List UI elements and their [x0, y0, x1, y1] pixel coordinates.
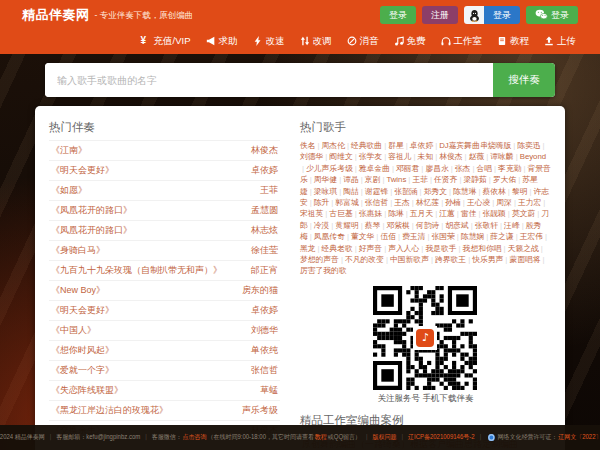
hot-accompaniment-row[interactable]: 《中国人》刘德华 — [49, 321, 280, 341]
singer-tag[interactable]: 冷漠 — [314, 221, 330, 230]
singer-tag[interactable]: 费玉清 — [402, 232, 425, 241]
singer-tag[interactable]: 郭富城 — [335, 198, 358, 207]
footer-wechat-consult-link[interactable]: 点击咨询 — [183, 433, 207, 442]
footer-license-link[interactable]: 辽网文〔2022〕1469-218号 — [559, 433, 600, 442]
login-button[interactable]: 登录 — [380, 6, 416, 24]
singer-tag[interactable]: 张杰 — [455, 164, 471, 173]
singer-tag[interactable]: Twins — [386, 175, 406, 184]
singer-tag[interactable]: 董文华 — [351, 232, 374, 241]
singer-tag[interactable]: 张敬轩 — [475, 221, 498, 230]
nav-item-change-speed[interactable]: 改速 — [253, 35, 285, 48]
artist-name[interactable]: 张信哲 — [251, 364, 278, 377]
singer-tag[interactable]: 何韵诗 — [416, 221, 439, 230]
song-title[interactable]: 《九百九十九朵玫瑰（自制扒带无和声）》 — [51, 264, 222, 277]
singer-tag[interactable]: 阎维文 — [329, 152, 352, 161]
song-title[interactable]: 《New Boy》 — [51, 284, 105, 297]
site-logo[interactable]: 精品伴奏网 — [22, 6, 90, 24]
artist-name[interactable]: 邰正宵 — [251, 264, 278, 277]
singer-tag[interactable]: 胡彦斌 — [445, 221, 468, 230]
singer-tag[interactable]: 王心凌 — [467, 198, 490, 207]
singer-tag[interactable]: 跨界歌王 — [435, 255, 466, 264]
song-title[interactable]: 《爱就一个字》 — [51, 364, 114, 377]
singer-tag[interactable]: 蔡依林 — [482, 187, 505, 196]
singer-tag[interactable]: 声入人心 — [388, 244, 419, 253]
song-title[interactable]: 《明天会更好》 — [51, 164, 114, 177]
singer-tag[interactable]: 谢霆锋 — [365, 187, 388, 196]
footer-copyright-issue-link[interactable]: 版权问题 — [373, 433, 397, 442]
singer-tag[interactable]: 张靓颖 — [482, 209, 505, 218]
singer-tag[interactable]: DJ嘉宾舞曲串烧嗨版 — [439, 141, 511, 150]
song-title[interactable]: 《黑龙江岸边洁白的玫瑰花》 — [51, 404, 168, 417]
singer-tag[interactable]: 李克勤 — [498, 164, 521, 173]
singer-tag[interactable]: 莫文蔚 — [512, 209, 535, 218]
singer-tag[interactable]: 王杰 — [394, 198, 410, 207]
singer-tag[interactable]: 梁静茹 — [463, 175, 486, 184]
hot-accompaniment-row[interactable]: 《九百九十九朵玫瑰（自制扒带无和声）》邰正宵 — [49, 261, 280, 281]
song-title[interactable]: 《身骑白马》 — [51, 244, 105, 257]
singer-tag[interactable]: 天籁之战 — [508, 244, 539, 253]
song-title[interactable]: 《中国人》 — [51, 324, 96, 337]
singer-tag[interactable]: 王菲 — [412, 175, 428, 184]
singer-tag[interactable]: 好声音 — [359, 244, 382, 253]
singer-tag[interactable]: 周华健 — [314, 175, 337, 184]
nav-item-help[interactable]: 求助 — [206, 35, 238, 48]
footer-tutorial-link[interactable]: 教程 — [315, 433, 327, 442]
singer-tag[interactable]: 陈琳 — [388, 209, 404, 218]
artist-name[interactable]: 林志炫 — [251, 224, 278, 237]
singer-tag[interactable]: 群星 — [388, 141, 404, 150]
singer-tag[interactable]: 雷佳 — [461, 209, 477, 218]
singer-tag[interactable]: 黄耀明 — [335, 221, 358, 230]
qq-login-button[interactable]: 登录 — [464, 6, 520, 24]
singer-tag[interactable]: 汪峰 — [504, 221, 520, 230]
singer-tag[interactable]: 蒙面唱将 — [509, 255, 540, 264]
singer-tag[interactable]: 江蕙 — [439, 209, 455, 218]
singer-tag[interactable]: 廖昌永 — [425, 164, 448, 173]
singer-tag[interactable]: 佚名 — [300, 141, 316, 150]
singer-tag[interactable]: 陈慧娴 — [461, 232, 484, 241]
singer-tag[interactable]: 林俊杰 — [439, 152, 462, 161]
singer-tag[interactable]: 任贤齐 — [434, 175, 457, 184]
nav-item-tutorial[interactable]: 教程 — [497, 35, 529, 48]
nav-item-recharge-vip[interactable]: ¥充值/VIP — [141, 35, 191, 48]
singer-tag[interactable]: 薛之谦 — [490, 232, 513, 241]
singer-tag[interactable]: 罗大佑 — [493, 175, 516, 184]
singer-tag[interactable]: 我想和你唱 — [463, 244, 502, 253]
search-input[interactable] — [45, 63, 493, 97]
footer-email[interactable]: 客服邮箱：kefu@jingpinbz.com — [57, 433, 141, 442]
artist-name[interactable]: 孟慧圆 — [251, 204, 278, 217]
nav-item-studio[interactable]: 工作室 — [441, 35, 483, 48]
singer-tag[interactable]: 经典歌曲 — [351, 141, 382, 150]
hot-accompaniment-row[interactable]: 《凤凰花开的路口》林志炫 — [49, 221, 280, 241]
singer-tag[interactable]: 周杰伦 — [322, 141, 345, 150]
artist-name[interactable]: 徐佳莹 — [251, 244, 278, 257]
singer-tag[interactable]: 中国新歌声 — [390, 255, 429, 264]
singer-tag[interactable]: 刘德华 — [300, 152, 323, 161]
artist-name[interactable]: 单依纯 — [251, 344, 278, 357]
singer-tag[interactable]: 雅卓金曲 — [359, 164, 390, 173]
artist-name[interactable]: 林俊杰 — [251, 144, 278, 157]
hot-accompaniment-row[interactable]: 《失恋阵线联盟》草蜢 — [49, 381, 280, 401]
singer-tag[interactable]: 张惠妹 — [359, 209, 382, 218]
singer-tag[interactable]: 张学友 — [359, 152, 382, 161]
singer-tag[interactable]: 王力宏 — [518, 198, 541, 207]
singer-tag[interactable]: 厉害了我的歌 — [300, 266, 347, 275]
wechat-login-button[interactable]: 登录 — [526, 6, 578, 24]
hot-accompaniment-row[interactable]: 《黑龙江岸边洁白的玫瑰花》声乐考级 — [49, 401, 280, 421]
nav-item-free[interactable]: 免费 — [394, 35, 426, 48]
singer-tag[interactable]: 孙楠 — [445, 198, 461, 207]
singer-tag[interactable]: 不凡的改变 — [345, 255, 384, 264]
singer-tag[interactable]: 容祖儿 — [388, 152, 411, 161]
hot-accompaniment-row[interactable]: 《如愿》王菲 — [49, 181, 280, 201]
singer-tag[interactable]: 未知 — [418, 152, 434, 161]
singer-tag[interactable]: 谭咏麟 — [490, 152, 513, 161]
register-button[interactable]: 注册 — [422, 6, 458, 24]
singer-tag[interactable]: 少儿声乐考级 — [306, 164, 353, 173]
singer-tag[interactable]: 五月天 — [410, 209, 433, 218]
artist-name[interactable]: 卓依婷 — [251, 304, 278, 317]
singer-tag[interactable]: Beyond — [520, 152, 546, 161]
singer-tag[interactable]: 陈慧琳 — [453, 187, 476, 196]
artist-name[interactable]: 王菲 — [260, 184, 278, 197]
singer-tag[interactable]: 陶喆 — [343, 187, 359, 196]
singer-tag[interactable]: 陈奕迅 — [517, 141, 540, 150]
singer-tag[interactable]: 我是歌手 — [425, 244, 456, 253]
